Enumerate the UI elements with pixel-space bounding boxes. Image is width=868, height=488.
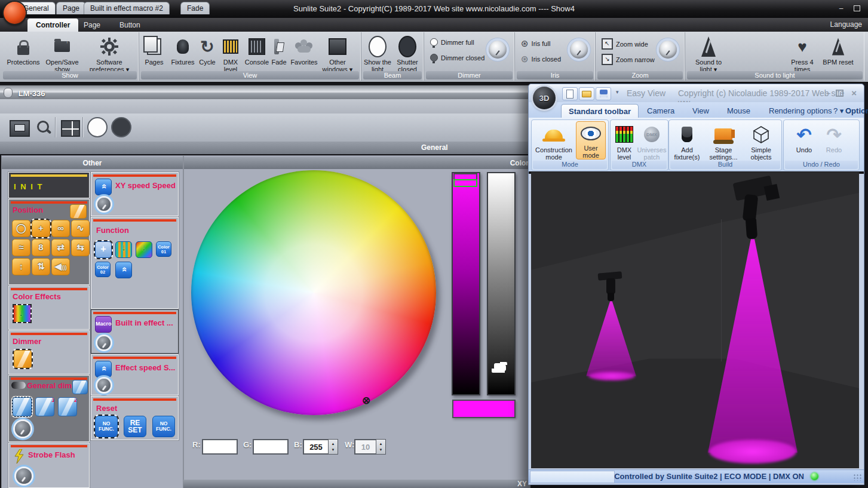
other-windows-button[interactable]: Other windows ▾ — [318, 35, 357, 73]
easyview-close-button[interactable]: × — [851, 88, 857, 98]
stage-settings-button[interactable]: Stage settings... — [705, 122, 742, 161]
ev-options-menu[interactable]: Options ▾ — [838, 104, 868, 118]
lm336-tab-fade[interactable]: Fade — [180, 2, 210, 14]
layout-grid-button[interactable] — [61, 120, 80, 137]
zoom-search-button[interactable] — [37, 121, 49, 133]
sound-to-light-button[interactable]: Sound to light ▾ — [691, 35, 726, 73]
zoom-wide-button[interactable]: ↖ Zoom wide — [602, 38, 648, 50]
w-input[interactable] — [354, 439, 377, 455]
color-wheel-marker-icon[interactable]: ⊗ — [362, 394, 370, 407]
init-block[interactable]: I N I T — [8, 172, 90, 198]
lm336-titlebar[interactable]: LM-336 — [0, 85, 541, 100]
position-wave-button[interactable]: ≈ — [12, 239, 30, 256]
function-color02-button[interactable]: Color 02 — [95, 262, 111, 277]
universes-patch-button[interactable]: DMX Universes patch — [637, 122, 667, 161]
general-dim-2-button[interactable]: 2 — [58, 397, 77, 416]
strobe-knob[interactable] — [16, 468, 32, 484]
open-save-show-button[interactable]: Open/Save show — [43, 35, 81, 73]
ev-dmx-level-button[interactable]: DMX level — [612, 122, 637, 161]
reset-reset-button[interactable]: RE SET — [124, 416, 146, 437]
function-color01-button[interactable]: Color 01 — [156, 241, 171, 257]
drag-hand-icon[interactable] — [494, 363, 506, 371]
beam-open-toggle[interactable] — [87, 117, 108, 137]
bpm-reset-button[interactable]: BPM reset — [821, 35, 855, 66]
ev-tab-mouse[interactable]: Mouse — [720, 104, 757, 118]
general-dim-1-button[interactable]: 1 — [35, 397, 54, 416]
color-wheel[interactable] — [191, 170, 436, 415]
position-corner-button[interactable] — [70, 204, 87, 219]
effect-speed-knob[interactable] — [97, 379, 111, 392]
ev-tab-standard-toolbar[interactable]: Standard toolbar — [561, 104, 639, 118]
reset-nofunc1-button[interactable]: NO FUNC. — [95, 416, 118, 437]
xy-speed-knob[interactable] — [97, 198, 111, 211]
b-spinner[interactable]: ▲▼ — [328, 439, 338, 455]
position-sound-button[interactable]: ◀))) — [51, 258, 70, 275]
b-input[interactable] — [303, 439, 329, 455]
general-dim-corner-button[interactable] — [72, 380, 88, 394]
qat-save-button[interactable] — [596, 87, 611, 100]
zoom-knob[interactable] — [659, 41, 677, 59]
position-pan2-button[interactable]: ⇆ — [71, 239, 90, 256]
position-center-button[interactable]: + — [32, 220, 50, 237]
ev-tab-view[interactable]: View — [685, 104, 716, 118]
b-spin-up-icon[interactable]: ▲ — [332, 442, 335, 446]
white-level-slider[interactable] — [487, 172, 516, 395]
qat-dropdown-icon[interactable]: ▾ — [616, 89, 619, 95]
xy-section-bar[interactable]: XY — [183, 480, 530, 488]
3d-viewport[interactable] — [531, 172, 859, 468]
easyview-3d-orb[interactable]: 3D — [533, 87, 556, 109]
function-move-button[interactable]: + — [95, 241, 112, 258]
r-input[interactable] — [202, 439, 238, 455]
easyview-titlebar[interactable]: ▾ Easy View Copyright (c) Nicolaudie 198… — [529, 84, 864, 102]
position-curve-button[interactable]: ∿ — [71, 220, 90, 237]
dmx-level-button[interactable]: DMX level — [216, 35, 246, 73]
dimmer-full-button[interactable]: Dimmer full — [430, 38, 474, 46]
position-tilt2-button[interactable]: ⇅ — [32, 258, 50, 275]
position-rings-button[interactable]: ∞ — [51, 220, 70, 237]
app-menu-orb-icon[interactable] — [4, 2, 26, 24]
maximize-button[interactable] — [850, 5, 863, 14]
general-dim-knob[interactable] — [15, 421, 30, 437]
slider-handle[interactable] — [453, 179, 477, 187]
qat-new-button[interactable] — [562, 87, 578, 100]
tab-controller[interactable]: Controller — [27, 19, 78, 32]
general-dim-all-button[interactable] — [13, 397, 32, 416]
protections-button[interactable]: Protections — [5, 35, 42, 66]
tab-page[interactable]: Page — [75, 19, 109, 32]
user-mode-button[interactable]: User mode — [576, 121, 606, 159]
zoom-narrow-button[interactable]: ↘ Zoom narrow — [602, 54, 655, 65]
iris-full-button[interactable]: ⊛ Iris full — [521, 38, 550, 49]
redo-button[interactable]: ↷ Redo — [822, 122, 846, 154]
undo-button[interactable]: ↶ Undo — [791, 122, 817, 154]
w-spin-down-icon[interactable]: ▼ — [379, 448, 383, 452]
easyview-maximize-button[interactable] — [836, 90, 844, 97]
position-tilt-button[interactable]: ↕ — [12, 258, 30, 275]
position-circle-button[interactable]: ◯ — [12, 220, 30, 237]
iris-closed-button[interactable]: ⊛ Iris closed — [521, 54, 561, 65]
function-rainbow-down-button[interactable]: ↓ — [136, 241, 152, 258]
minimize-button[interactable]: – — [835, 5, 848, 13]
software-preferences-button[interactable]: Software preferences ▾ — [84, 35, 135, 73]
lm336-tab-builtin-macro[interactable]: Built in effect macro #2 — [84, 2, 170, 14]
press-4-times-button[interactable]: ♥ Press 4 times — [784, 35, 820, 73]
dimmer-knob[interactable] — [489, 41, 507, 59]
ev-tab-camera[interactable]: Camera — [640, 104, 682, 118]
pages-button[interactable]: Pages — [139, 35, 169, 66]
w-spinner[interactable]: ▲▼ — [376, 439, 386, 455]
function-speed-button[interactable]: » — [115, 262, 132, 278]
builtin-knob[interactable] — [97, 336, 111, 349]
b-spin-down-icon[interactable]: ▼ — [332, 448, 335, 452]
dimmer-closed-button[interactable]: Dimmer closed — [430, 54, 484, 62]
beam-closed-toggle[interactable] — [111, 117, 131, 137]
position-eight-button[interactable]: 8 — [32, 239, 50, 256]
dimmer-beam-button[interactable] — [14, 350, 32, 368]
color-effects-rainbow-button[interactable]: ↓ — [14, 305, 30, 322]
reset-nofunc2-button[interactable]: NO FUNC. — [152, 416, 175, 437]
language-menu[interactable]: Language — [830, 20, 862, 29]
construction-mode-button[interactable]: Construction mode — [534, 122, 573, 161]
function-grid-down-button[interactable]: ↓ — [115, 241, 132, 258]
shutter-closed-button[interactable]: Shutter closed — [394, 35, 421, 73]
easyview-minimize-button[interactable]: – — [826, 88, 830, 97]
preview-window-button[interactable] — [10, 120, 30, 137]
iris-knob[interactable] — [570, 41, 588, 59]
